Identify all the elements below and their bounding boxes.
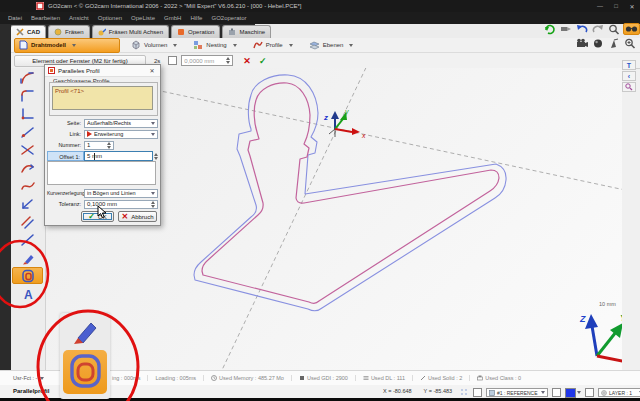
seite-select[interactable]: Außerhalb/Rechts [84, 119, 158, 128]
cancel-button[interactable]: ✕ Abbruch [118, 211, 157, 222]
fillet-tool-button[interactable] [12, 69, 43, 86]
spinner-buttons[interactable] [151, 201, 155, 208]
ribbon-button-profile[interactable]: Profile [248, 38, 298, 53]
toleranz-spinner[interactable]: 0,1000 mm [84, 200, 158, 209]
layer-select[interactable]: LAYER : 1 [598, 388, 640, 397]
chevron-down-icon [151, 122, 155, 125]
prompt-value-field[interactable]: 0,0000 mm [181, 55, 233, 66]
profile-listbox[interactable]: Profil <71> [52, 86, 153, 110]
corner-tool-button[interactable] [12, 105, 43, 122]
color-picker[interactable] [565, 388, 581, 398]
ribbon-button-drahtmodell[interactable]: Drahtmodell [14, 38, 120, 53]
trim-tool-button[interactable] [12, 141, 43, 158]
tab-operation[interactable]: Operation [171, 25, 220, 38]
kurvenzerlegung-value: in Bögen und Linien [87, 190, 151, 196]
maximize-button[interactable]: □ [608, 3, 624, 9]
trim-cross-icon [20, 143, 36, 157]
offset-list[interactable] [47, 161, 156, 185]
menu-bearbeiten[interactable]: Bearbeiten [31, 15, 60, 21]
zoom-button[interactable] [607, 23, 621, 35]
kurvenzerlegung-select[interactable]: in Bögen und Linien [84, 189, 158, 198]
simulation-button[interactable] [575, 37, 589, 49]
class-segment: Used Class : 0 [470, 375, 528, 381]
ribbon-button-ebenen[interactable]: Ebenen [304, 38, 359, 53]
ribbon-button-label: Ebenen [323, 42, 344, 48]
parallel-profile-tool-button[interactable] [12, 267, 43, 284]
text-visibility-button[interactable]: T [622, 60, 636, 70]
dialog-close-button[interactable]: ✕ [147, 67, 157, 74]
link-value: Erweiterung [94, 131, 151, 137]
gdi-segment: Used GDI : 2900 [292, 375, 356, 381]
ok-button[interactable]: ✓ OK [81, 211, 114, 222]
tab-maschine[interactable]: Maschine [222, 25, 271, 38]
chevron-down-icon [289, 44, 293, 47]
sketch-tool-button[interactable] [12, 249, 43, 266]
color-checkbox[interactable] [552, 388, 561, 397]
menu-hilfe[interactable]: Hilfe [190, 15, 202, 21]
wrench-icon [420, 375, 426, 381]
operation-tab-icon [177, 28, 185, 36]
origin-triad: z y x [323, 108, 366, 139]
tab-cad[interactable]: CAD [10, 25, 46, 38]
pick-button[interactable] [607, 37, 621, 49]
nummer-spinner[interactable]: 1 [84, 141, 114, 150]
reference-select[interactable]: #1 : REFERENCE [486, 388, 548, 397]
prompt-confirm-button[interactable]: ✓ [259, 56, 267, 66]
menu-ansicht[interactable]: Ansicht [69, 15, 89, 21]
line-tool-button[interactable] [12, 231, 43, 248]
spinner-buttons[interactable] [226, 57, 230, 64]
ribbon-button-nesting[interactable]: Nesting [188, 38, 241, 53]
grid-icon [363, 375, 369, 381]
tool-display-button[interactable] [559, 23, 573, 35]
profile-list-item[interactable]: Profil <71> [55, 88, 84, 94]
tab-fraesen-multi-achsen[interactable]: Fräsen Multi Achsen [92, 25, 169, 38]
round-corner-tool-button[interactable] [12, 87, 43, 104]
link-select[interactable]: Erweiterung [84, 130, 158, 139]
menu-gmbh[interactable]: GmbH [164, 15, 181, 21]
prompt-checkbox[interactable] [168, 56, 177, 65]
view-mode-button[interactable] [623, 23, 640, 35]
tangent-line-tool-button[interactable] [12, 123, 43, 140]
paralleles-profil-dialog: Paralleles Profil ✕ Geschlossene Profile… [44, 64, 161, 226]
corner-icon [20, 107, 36, 121]
regenerate-button[interactable] [543, 23, 557, 35]
menu-opeliste[interactable]: OpeListe [131, 15, 155, 21]
collapse-button[interactable]: ‹ [622, 71, 636, 81]
zoom-window-button[interactable] [623, 37, 637, 49]
snap-grid-icon[interactable] [460, 388, 469, 397]
extend-tool-button[interactable] [12, 195, 43, 212]
offset-tool-button[interactable] [12, 213, 43, 230]
reference-checkbox[interactable] [473, 388, 482, 397]
shaded-view-button[interactable] [591, 37, 605, 49]
menu-go2operator[interactable]: GO2operator [211, 15, 246, 21]
layer-checkbox[interactable] [585, 388, 594, 397]
spline-tool-button[interactable] [12, 177, 43, 194]
active-tool-hint: Parallelprofil [13, 388, 49, 394]
ribbon-button-volumen[interactable]: Volumen [126, 38, 182, 53]
nesting-icon [193, 40, 203, 50]
menu-optionen[interactable]: Optionen [98, 15, 122, 21]
spinner-buttons[interactable] [107, 142, 111, 149]
spinner-buttons[interactable] [154, 153, 158, 160]
closed-profiles-group: Profil <71> [49, 82, 158, 116]
user-function-selector[interactable]: Usr-Fct : - [13, 375, 44, 381]
minimize-button[interactable]: — [592, 3, 608, 9]
chevron-down-icon [151, 133, 155, 136]
tab-fraesen[interactable]: Fräsen [48, 25, 90, 38]
curve-tool-button[interactable] [12, 159, 43, 176]
solid-segment: Used Solid : 2 [413, 375, 470, 381]
curve-arrow-icon [20, 161, 36, 175]
chevron-down-icon [349, 44, 353, 47]
offset-input[interactable]: 5 mm [84, 151, 153, 161]
close-button[interactable]: ✕ [624, 3, 640, 10]
menu-datei[interactable]: Datei [8, 15, 22, 21]
zoom-tool-button[interactable] [622, 82, 636, 92]
undo-button[interactable] [575, 23, 589, 35]
dialog-title-bar[interactable]: Paralleles Profil ✕ [45, 65, 160, 77]
multi-axis-tab-icon [98, 28, 106, 36]
prompt-cancel-button[interactable]: ✕ [243, 56, 251, 66]
text-tool-button[interactable]: A [12, 285, 43, 302]
redo-button[interactable] [591, 23, 605, 35]
link-label: Link: [47, 131, 84, 137]
magnified-toolbar-callout [60, 313, 110, 399]
